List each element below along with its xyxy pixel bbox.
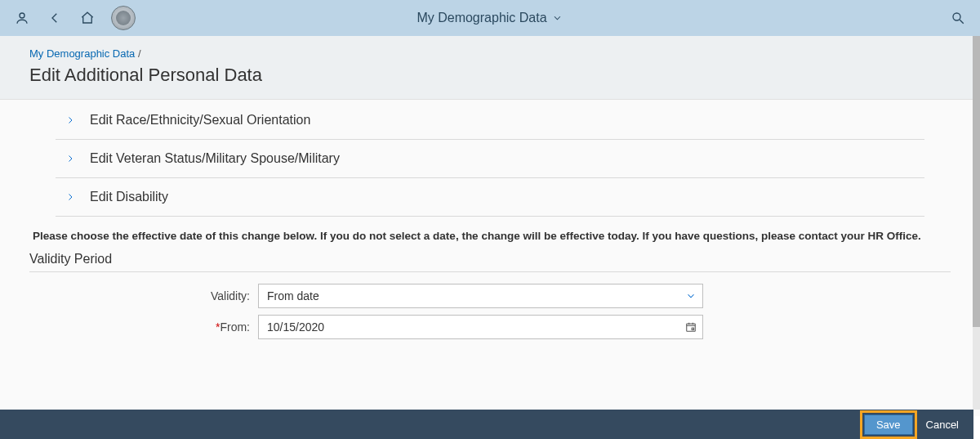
section-title: Validity Period <box>29 252 951 272</box>
cancel-button[interactable]: Cancel <box>921 415 964 434</box>
user-icon[interactable] <box>13 9 31 27</box>
accordion-item-disability[interactable]: Edit Disability <box>56 178 924 217</box>
breadcrumb-link[interactable]: My Demographic Data <box>29 47 135 60</box>
accordion: Edit Race/Ethnicity/Sexual Orientation E… <box>56 100 924 217</box>
validity-select[interactable]: From date <box>258 284 703 308</box>
shell-left <box>13 6 136 30</box>
content-area: Edit Race/Ethnicity/Sexual Orientation E… <box>0 100 980 416</box>
from-field: 10/15/2020 <box>258 315 703 339</box>
form-row-from: *From: 10/15/2020 <box>29 315 951 339</box>
back-icon[interactable] <box>46 9 64 27</box>
home-icon[interactable] <box>78 9 96 27</box>
chevron-right-icon <box>65 115 75 125</box>
svg-rect-7 <box>692 328 693 329</box>
breadcrumb-separator: / <box>138 47 141 60</box>
svg-point-1 <box>953 13 960 20</box>
svg-point-0 <box>20 13 24 18</box>
shell-bar: My Demographic Data <box>0 0 980 36</box>
from-label: *From: <box>29 320 258 334</box>
chevron-right-icon <box>65 154 75 164</box>
shell-title-text: My Demographic Data <box>416 11 546 25</box>
save-button[interactable]: Save <box>864 414 913 435</box>
shell-right <box>949 9 967 27</box>
validity-select-value: From date <box>267 289 319 302</box>
chevron-right-icon <box>65 192 75 202</box>
shell-title-dropdown[interactable]: My Demographic Data <box>416 11 563 25</box>
scrollbar-thumb[interactable] <box>973 36 980 327</box>
form-row-validity: Validity: From date <box>29 284 951 308</box>
notice-text: Please choose the effective date of this… <box>33 230 947 242</box>
accordion-label: Edit Veteran Status/Military Spouse/Mili… <box>90 151 340 166</box>
calendar-icon <box>685 321 697 333</box>
page-header: My Demographic Data / Edit Additional Pe… <box>0 36 980 100</box>
chevron-down-icon <box>552 12 564 24</box>
from-date-value: 10/15/2020 <box>267 320 324 334</box>
breadcrumb: My Demographic Data / <box>29 47 951 60</box>
state-seal-logo <box>111 6 136 30</box>
chevron-down-icon <box>685 290 697 302</box>
page-title: Edit Additional Personal Data <box>29 65 951 86</box>
scrollbar[interactable] <box>973 36 980 410</box>
accordion-label: Edit Disability <box>90 190 168 204</box>
svg-line-2 <box>960 20 964 24</box>
validity-label: Validity: <box>29 289 258 302</box>
footer-bar: Save Cancel <box>0 410 973 439</box>
validity-section: Validity Period Validity: From date *Fro… <box>29 252 951 339</box>
accordion-item-veteran[interactable]: Edit Veteran Status/Military Spouse/Mili… <box>56 140 924 178</box>
validity-field: From date <box>258 284 703 308</box>
from-date-input[interactable]: 10/15/2020 <box>258 315 703 339</box>
accordion-item-race[interactable]: Edit Race/Ethnicity/Sexual Orientation <box>56 100 924 140</box>
search-icon[interactable] <box>949 9 967 27</box>
accordion-label: Edit Race/Ethnicity/Sexual Orientation <box>90 113 310 128</box>
